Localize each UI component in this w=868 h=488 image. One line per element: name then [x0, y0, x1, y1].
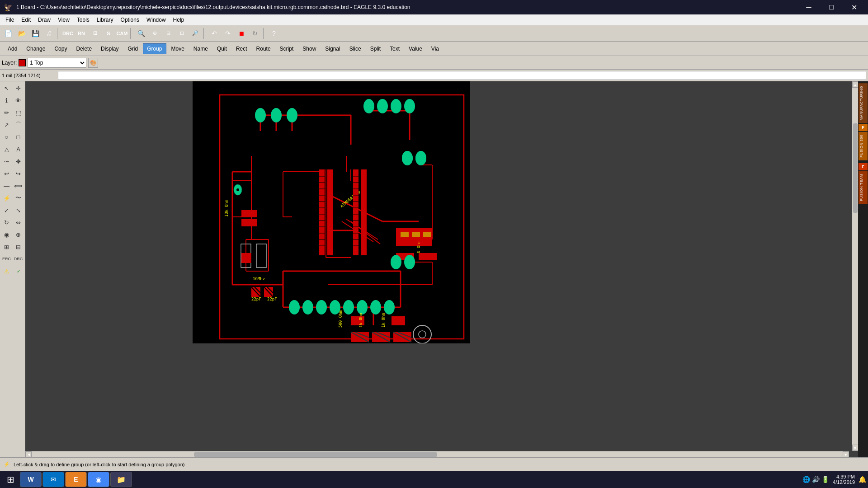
- fusion360-tab[interactable]: FUSION 360: [859, 132, 868, 160]
- stop-button[interactable]: ⏹: [235, 27, 248, 40]
- cmd-btn-rect[interactable]: Rect: [232, 43, 251, 54]
- select-tool[interactable]: ⬚: [13, 107, 24, 118]
- menu-item-options[interactable]: Options: [117, 16, 143, 24]
- taskbar-app-chrome[interactable]: ◉: [88, 472, 109, 487]
- v-scroll-thumb[interactable]: [853, 123, 858, 213]
- erc-tool[interactable]: ✓: [13, 265, 24, 277]
- circle-tool[interactable]: ○: [1, 131, 12, 143]
- start-button[interactable]: ⊞: [2, 472, 19, 487]
- menu-item-view[interactable]: View: [54, 16, 73, 24]
- zoom-fit-button[interactable]: ⊡: [175, 27, 188, 40]
- text-tool[interactable]: A: [13, 143, 24, 155]
- cmd-btn-delete[interactable]: Delete: [72, 43, 96, 54]
- volume-icon[interactable]: 🔊: [812, 476, 820, 483]
- undo-button[interactable]: ↶: [208, 27, 221, 40]
- cam-button[interactable]: CAM: [116, 27, 128, 40]
- system-clock[interactable]: 4:39 PM 4/12/2019: [833, 474, 855, 485]
- open-button[interactable]: 📂: [15, 27, 28, 40]
- taskbar-app-outlook[interactable]: ✉: [42, 472, 64, 487]
- minimize-button[interactable]: ─: [798, 0, 819, 14]
- save-button[interactable]: 💾: [29, 27, 42, 40]
- cmd-btn-group[interactable]: Group: [143, 43, 166, 54]
- network-icon[interactable]: 🌐: [802, 476, 810, 483]
- battery-icon[interactable]: 🔋: [821, 476, 829, 483]
- cmd-btn-quit[interactable]: Quit: [213, 43, 231, 54]
- cmd-btn-show[interactable]: Show: [298, 43, 320, 54]
- pointer-tool[interactable]: ↖: [1, 82, 12, 94]
- fusion-team-icon[interactable]: F: [859, 163, 868, 170]
- repeat-button[interactable]: ↻: [249, 27, 261, 40]
- fusion-icon[interactable]: F: [859, 124, 868, 131]
- cmd-btn-signal[interactable]: Signal: [321, 43, 344, 54]
- zoom-area-button[interactable]: ⊟: [162, 27, 175, 40]
- v-scroll-down[interactable]: ▾: [852, 445, 859, 451]
- h-scroll-thumb[interactable]: [194, 452, 437, 457]
- h-scroll-left[interactable]: ◂: [25, 451, 32, 458]
- pencil-tool[interactable]: ✏: [1, 107, 12, 118]
- menu-item-help[interactable]: Help: [170, 16, 188, 24]
- undo-tool[interactable]: ↩: [1, 168, 12, 179]
- close-button[interactable]: ✕: [844, 0, 864, 14]
- optimize-tool[interactable]: ⤢: [1, 204, 12, 216]
- command-input[interactable]: [58, 71, 866, 80]
- redo-button[interactable]: ↷: [222, 27, 234, 40]
- drc-tool[interactable]: DRC: [13, 253, 24, 265]
- v-scroll-up[interactable]: ▴: [852, 81, 859, 88]
- v-scrollbar[interactable]: ▴ ▾: [852, 81, 858, 451]
- rotate-tool[interactable]: ↻: [1, 216, 12, 228]
- cmd-btn-text[interactable]: Text: [386, 43, 404, 54]
- menu-item-file[interactable]: File: [2, 16, 18, 24]
- smash-tool[interactable]: ⚡: [1, 192, 12, 204]
- cmd-btn-display[interactable]: Display: [97, 43, 123, 54]
- crosshair-tool[interactable]: ✛: [13, 82, 24, 94]
- menu-item-tools[interactable]: Tools: [73, 16, 93, 24]
- via-tool[interactable]: ⊕: [13, 229, 24, 240]
- taskbar-app-explorer[interactable]: 📁: [110, 472, 132, 487]
- pcb-canvas[interactable]: ATMEGA328p: [193, 81, 470, 343]
- script-tool[interactable]: ERC: [1, 253, 12, 265]
- taskbar-app-editor[interactable]: E: [65, 472, 87, 487]
- schematic-button[interactable]: S: [102, 27, 115, 40]
- cmd-btn-copy[interactable]: Copy: [50, 43, 71, 54]
- cmd-btn-move[interactable]: Move: [167, 43, 189, 54]
- print-button[interactable]: 🖨: [42, 27, 55, 40]
- rect-tool[interactable]: □: [13, 131, 24, 143]
- ratsnest-button[interactable]: RN: [75, 27, 88, 40]
- board-tool[interactable]: ⊟: [13, 241, 24, 253]
- cmd-btn-change[interactable]: Change: [22, 43, 49, 54]
- cmd-btn-split[interactable]: Split: [366, 43, 385, 54]
- board-button[interactable]: ⊡: [89, 27, 101, 40]
- zoom-custom-button[interactable]: 🔎: [189, 27, 202, 40]
- measure-tool[interactable]: —: [1, 180, 12, 192]
- notification-icon[interactable]: 🔔: [859, 476, 866, 483]
- cmd-btn-slice[interactable]: Slice: [345, 43, 365, 54]
- maximize-button[interactable]: □: [821, 0, 842, 14]
- wire-tool[interactable]: ↗: [1, 119, 12, 131]
- warning-tool[interactable]: ⚠: [1, 265, 12, 277]
- menu-item-library[interactable]: Library: [93, 16, 117, 24]
- wave-tool[interactable]: 〜: [13, 192, 24, 204]
- h-scrollbar[interactable]: ◂ ▸: [25, 451, 849, 457]
- layer-select[interactable]: 1 Top: [28, 58, 86, 68]
- cmd-btn-name[interactable]: Name: [189, 43, 212, 54]
- polygon-tool[interactable]: △: [1, 143, 12, 155]
- arc-tool[interactable]: ⌒: [13, 119, 24, 131]
- h-scroll-right[interactable]: ▸: [843, 451, 849, 458]
- zoom-in-button[interactable]: ⊕: [148, 27, 161, 40]
- fanout-tool[interactable]: ⤡: [13, 204, 24, 216]
- redo-tool[interactable]: ↪: [13, 168, 24, 179]
- zoom-out-button[interactable]: 🔍: [135, 27, 147, 40]
- menu-item-draw[interactable]: Draw: [34, 16, 54, 24]
- cmd-btn-grid[interactable]: Grid: [123, 43, 142, 54]
- cmd-btn-via[interactable]: Via: [427, 43, 443, 54]
- info-tool[interactable]: ℹ: [1, 94, 12, 106]
- pad-tool[interactable]: ◉: [1, 229, 12, 240]
- menu-item-edit[interactable]: Edit: [18, 16, 34, 24]
- component-tool[interactable]: ⊞: [1, 241, 12, 253]
- new-button[interactable]: 📄: [2, 27, 14, 40]
- taskbar-app-word[interactable]: W: [20, 472, 42, 487]
- cmd-btn-add[interactable]: Add: [4, 43, 21, 54]
- fusion-team-tab[interactable]: FUSION TEAM: [859, 171, 868, 204]
- layer-paint-button[interactable]: 🎨: [88, 58, 98, 68]
- mirror-tool[interactable]: ⇔: [13, 216, 24, 228]
